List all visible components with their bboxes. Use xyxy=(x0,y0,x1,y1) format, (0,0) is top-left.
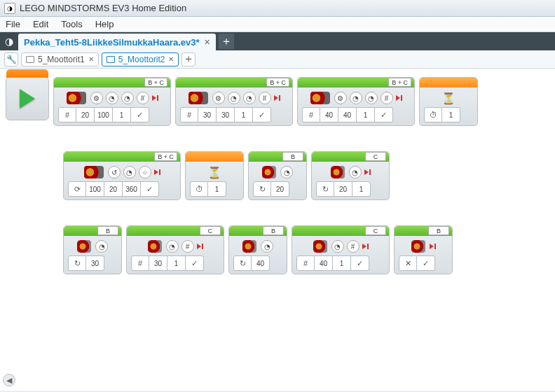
block-body: ⏳⏱1 xyxy=(186,162,243,200)
block-param[interactable]: 1 xyxy=(113,107,131,122)
motor-block[interactable]: C◔↻201 xyxy=(311,151,390,200)
block-param[interactable]: # xyxy=(296,255,315,271)
block-param[interactable]: 1 xyxy=(357,107,375,122)
block-icon-row: ◔ xyxy=(68,240,117,253)
program-tab-close-icon[interactable]: ✕ xyxy=(88,55,94,63)
block-body: ⚙◔◔##30301✓ xyxy=(176,88,292,125)
project-tab-bar: ◑ Pekka_Teht5-8LiikkeSilmukkaHaara.ev3* … xyxy=(0,32,555,50)
motor-icon xyxy=(84,166,104,178)
program-tab[interactable]: 5_Moottorit1✕ xyxy=(21,52,99,66)
motor-block[interactable]: B◔↻20 xyxy=(248,151,307,200)
motor-block[interactable]: B✕✓ xyxy=(394,225,453,274)
block-param[interactable]: 40 xyxy=(338,107,357,122)
port-label[interactable]: C xyxy=(365,152,386,161)
block-param[interactable]: 1 xyxy=(235,107,253,122)
block-param[interactable]: # xyxy=(180,107,198,122)
block-icon-row: ◔# xyxy=(131,240,219,253)
block-param[interactable]: 20 xyxy=(76,107,95,122)
start-block[interactable] xyxy=(6,77,49,120)
port-label[interactable]: B + C xyxy=(266,78,289,87)
port-label[interactable]: B + C xyxy=(154,152,177,161)
block-param[interactable]: ✓ xyxy=(131,107,149,122)
block-param[interactable]: ↻ xyxy=(316,181,334,197)
block-param[interactable]: ✓ xyxy=(351,255,369,271)
tank-block[interactable]: B + C⚙◔◔##30301✓ xyxy=(175,77,293,126)
block-param[interactable]: ⏱ xyxy=(424,107,442,122)
menu-help[interactable]: Help xyxy=(95,19,114,29)
block-param[interactable]: 30 xyxy=(217,107,235,122)
block-param[interactable]: # xyxy=(131,255,149,271)
block-header xyxy=(420,78,477,88)
scroll-back-button[interactable]: ◀ xyxy=(3,374,15,386)
block-icon-row: ⏳ xyxy=(190,166,239,178)
block-param[interactable]: 30 xyxy=(149,255,167,271)
block-header: B + C xyxy=(298,78,414,88)
port-label[interactable]: B xyxy=(282,152,303,161)
program-canvas[interactable]: B + C⚙◔◔##201001✓B + C⚙◔◔##30301✓B + C⚙◔… xyxy=(0,69,555,391)
program-tab-close-icon[interactable]: ✕ xyxy=(168,55,174,63)
block-param[interactable]: ↻ xyxy=(233,255,252,271)
wrench-icon[interactable]: 🔧 xyxy=(4,52,18,66)
project-add-button[interactable]: ＋ xyxy=(219,34,234,49)
block-param[interactable]: 40 xyxy=(252,255,270,271)
program-add-button[interactable]: ＋ xyxy=(181,52,196,66)
block-param[interactable]: ✕ xyxy=(399,255,417,271)
window-title: LEGO MINDSTORMS EV3 Home Edition xyxy=(20,3,186,13)
motor-block[interactable]: B◔↻30 xyxy=(63,225,122,274)
motor-block[interactable]: B◔↻40 xyxy=(228,225,287,274)
block-param[interactable]: 20 xyxy=(104,181,123,197)
block-param[interactable]: 1 xyxy=(442,107,460,122)
block-param[interactable]: 20 xyxy=(334,181,352,197)
block-param[interactable]: 1 xyxy=(352,181,371,197)
block-params: #301✓ xyxy=(131,255,219,271)
block-param[interactable]: # xyxy=(58,107,76,122)
tank-block[interactable]: B + C⚙◔◔##40401✓ xyxy=(297,77,415,126)
port-label[interactable]: B + C xyxy=(144,78,167,87)
block-param[interactable]: # xyxy=(302,107,320,122)
motor-block[interactable]: C◔##401✓ xyxy=(292,225,390,274)
project-tab-close-icon[interactable]: ✕ xyxy=(204,38,210,47)
block-param[interactable]: ↻ xyxy=(253,181,271,197)
block-param[interactable]: ✓ xyxy=(253,107,271,122)
port-label[interactable]: C xyxy=(200,226,221,235)
port-label[interactable]: C xyxy=(365,226,386,235)
block-param[interactable]: 100 xyxy=(86,181,104,197)
port-label[interactable]: B xyxy=(428,226,449,235)
motor-block[interactable]: C◔##301✓ xyxy=(126,225,224,274)
block-icon-row xyxy=(399,240,448,253)
block-param[interactable]: 1 xyxy=(333,255,351,271)
project-tab[interactable]: Pekka_Teht5-8LiikkeSilmukkaHaara.ev3* ✕ xyxy=(18,34,216,50)
block-param[interactable]: 30 xyxy=(86,255,104,271)
block-param[interactable]: 360 xyxy=(123,181,141,197)
play-stop-icon xyxy=(362,244,369,249)
steer-block[interactable]: B + C↺◔○⟳10020360✓ xyxy=(63,151,181,200)
block-param[interactable]: 100 xyxy=(95,107,113,122)
block-params: #30301✓ xyxy=(180,107,288,122)
dial-icon: ◔ xyxy=(261,240,273,253)
block-param[interactable]: ↻ xyxy=(68,255,86,271)
port-label[interactable]: B xyxy=(97,226,118,235)
block-param[interactable]: ✓ xyxy=(375,107,393,122)
port-label[interactable]: B + C xyxy=(388,78,411,87)
block-param[interactable]: 40 xyxy=(320,107,338,122)
tank-block[interactable]: B + C⚙◔◔##201001✓ xyxy=(53,77,171,126)
block-param[interactable]: ✓ xyxy=(186,255,204,271)
block-param[interactable]: 1 xyxy=(208,181,226,197)
block-param[interactable]: 40 xyxy=(315,255,333,271)
block-param[interactable]: ✓ xyxy=(417,255,435,271)
block-param[interactable]: 1 xyxy=(167,255,186,271)
program-tab-bar: 🔧 5_Moottorit1✕5_Moottorit2✕ ＋ xyxy=(0,50,555,69)
menu-edit[interactable]: Edit xyxy=(33,19,48,29)
block-param[interactable]: ⟳ xyxy=(68,181,86,197)
block-param[interactable]: 20 xyxy=(271,181,289,197)
wait-block[interactable]: ⏳⏱1 xyxy=(185,151,244,200)
project-home-icon[interactable]: ◑ xyxy=(0,32,18,50)
block-param[interactable]: ⏱ xyxy=(190,181,208,197)
menu-file[interactable]: File xyxy=(6,19,20,29)
menu-tools[interactable]: Tools xyxy=(61,19,82,29)
block-param[interactable]: ✓ xyxy=(141,181,159,197)
program-tab[interactable]: 5_Moottorit2✕ xyxy=(102,52,179,66)
wait-block[interactable]: ⏳⏱1 xyxy=(419,77,478,126)
port-label[interactable]: B xyxy=(263,226,284,235)
block-param[interactable]: 30 xyxy=(198,107,217,122)
